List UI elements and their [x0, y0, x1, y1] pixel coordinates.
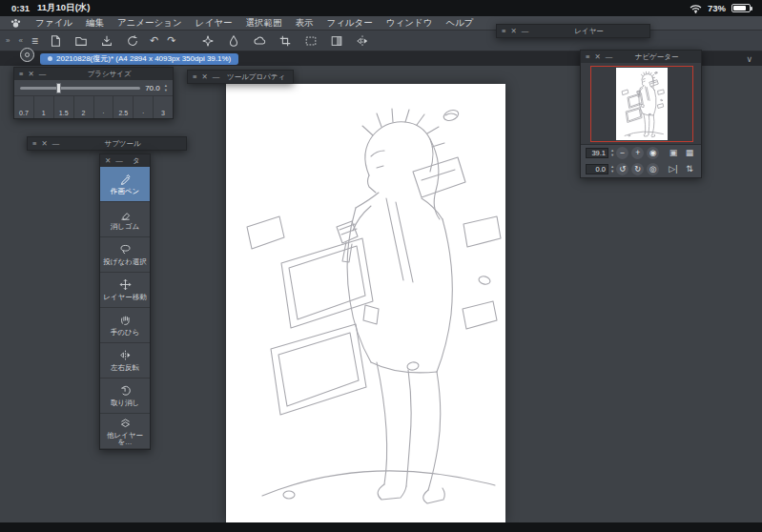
fit-view-icon[interactable]: ▦ [683, 147, 696, 159]
flip-vertical-icon[interactable]: ⇅ [683, 163, 696, 175]
panel-minimize-icon[interactable]: — [115, 157, 123, 165]
eraser-icon [119, 208, 132, 220]
document-tab[interactable]: 20210828(復元)* (A4 2894 x 4093px 350dpi 3… [40, 53, 238, 65]
blend-icon[interactable] [251, 32, 268, 50]
panel-minimize-icon[interactable]: — [522, 28, 529, 35]
menu-file[interactable]: ファイル [35, 17, 72, 30]
tool-eraser[interactable]: 消しゴム [100, 202, 150, 237]
panel-menu-icon[interactable]: ≡ [586, 53, 589, 61]
tool-property-panel: ≡ ✕ — ツールプロパティ [187, 70, 294, 84]
unsaved-dot-icon [48, 56, 52, 61]
battery-percent: 73% [708, 3, 726, 13]
document-tab-title: 20210828(復元)* (A4 2894 x 4093px 350dpi 3… [56, 53, 231, 64]
layer-panel: ≡ ✕ — レイヤー [496, 24, 650, 38]
tool-palette: ✕ — タ 作画ペン 消しゴム 投げなわ選択 レイヤー移動 手のひら 左右反転 [99, 153, 151, 450]
brush-preset[interactable]: 2 [74, 96, 94, 118]
rotate-cw-button[interactable]: ↻ [631, 163, 644, 175]
panel-menu-icon[interactable]: ≡ [32, 140, 36, 148]
brush-size-slider-knob[interactable] [56, 83, 61, 93]
symmetry-icon[interactable] [354, 32, 371, 50]
main-menu-icon[interactable]: ≡ [31, 34, 38, 48]
zoom-in-button[interactable]: + [631, 147, 644, 159]
menu-window[interactable]: ウィンドウ [386, 17, 433, 30]
panel-menu-icon[interactable]: ≡ [19, 71, 23, 78]
brush-preset[interactable]: 2.5 [113, 96, 134, 118]
panel-close-icon[interactable]: ✕ [41, 140, 47, 148]
rotation-stepper[interactable]: ▴▾ [611, 165, 613, 174]
battery-icon [731, 4, 751, 12]
panel-menu-icon[interactable]: ≡ [502, 28, 505, 35]
rotation-value-field[interactable]: 0.0 [586, 164, 608, 174]
redo-icon[interactable]: ↷ [167, 34, 175, 47]
panel-close-icon[interactable]: ✕ [28, 71, 33, 78]
brush-preset[interactable]: · [134, 96, 154, 118]
tool-flip-horizontal[interactable]: 左右反転 [100, 343, 150, 379]
subtool-panel: ≡ ✕ — サブツール [27, 136, 187, 151]
brush-size-slider[interactable] [20, 87, 140, 90]
open-folder-icon[interactable] [72, 32, 90, 50]
panel-close-icon[interactable]: ✕ [594, 53, 600, 61]
rotate-canvas-icon[interactable] [124, 32, 141, 50]
brush-preset[interactable]: 3 [154, 96, 173, 118]
tool-property-title: ツールプロパティ [224, 72, 288, 82]
menu-selection[interactable]: 選択範囲 [245, 17, 281, 30]
drawing-canvas[interactable] [226, 84, 505, 522]
tool-lasso-select[interactable]: 投げなわ選択 [100, 237, 150, 273]
hand-icon [119, 314, 132, 326]
rotate-ccw-button[interactable]: ↺ [616, 163, 628, 175]
brush-size-value[interactable]: 70.0 [145, 84, 160, 92]
quick-access-circle-icon[interactable] [20, 48, 34, 62]
panel-minimize-icon[interactable]: — [52, 140, 60, 148]
menu-help[interactable]: ヘルプ [445, 17, 473, 30]
app-logo-paw-icon[interactable] [10, 17, 22, 29]
panel-close-icon[interactable]: ✕ [105, 157, 111, 165]
tool-label: 取り消し [111, 399, 139, 407]
tabbar-chevron-down-icon[interactable]: ∨ [746, 54, 756, 64]
new-file-icon[interactable] [47, 32, 64, 50]
zoom-100-button[interactable]: ◉ [647, 147, 659, 159]
navigator-preview[interactable] [581, 63, 701, 145]
brush-preset[interactable]: · [94, 96, 114, 118]
rotate-reset-button[interactable]: ◎ [647, 163, 659, 175]
tool-label: 手のひら [111, 329, 140, 337]
menu-animation[interactable]: アニメーション [117, 17, 182, 30]
droplet-icon[interactable] [225, 32, 242, 50]
menu-edit[interactable]: 編集 [86, 17, 104, 30]
tone-icon[interactable] [328, 32, 345, 50]
panel-minimize-icon[interactable]: — [606, 53, 613, 61]
crop-icon[interactable] [277, 32, 294, 50]
menu-view[interactable]: 表示 [295, 17, 313, 30]
status-bar: 0:31 11月10日(水) 73% [0, 0, 762, 16]
zoom-value-field[interactable]: 39.1 [586, 148, 608, 158]
move-icon [119, 278, 132, 291]
tool-undo[interactable]: 取り消し [100, 379, 150, 414]
export-icon[interactable] [98, 32, 115, 50]
decoration-icon[interactable] [199, 32, 216, 50]
zoom-out-button[interactable]: − [616, 147, 628, 159]
panel-menu-icon[interactable]: ≡ [193, 73, 196, 81]
tool-hand[interactable]: 手のひら [100, 308, 150, 343]
undo-icon[interactable]: ↶ [150, 34, 158, 47]
tool-layer-move[interactable]: レイヤー移動 [100, 273, 150, 308]
menu-filter[interactable]: フィルター [326, 17, 372, 30]
dock-left-icon[interactable]: « [18, 36, 22, 45]
menu-layer[interactable]: レイヤー [196, 17, 233, 30]
panel-close-icon[interactable]: ✕ [510, 28, 516, 35]
panel-close-icon[interactable]: ✕ [201, 73, 207, 81]
tool-reference-other-layers[interactable]: 他レイヤーを… [100, 414, 150, 449]
dock-right-icon[interactable]: » [6, 36, 10, 45]
tool-palette-title: タ [128, 156, 145, 166]
panel-minimize-icon[interactable]: — [39, 71, 47, 78]
panel-minimize-icon[interactable]: — [213, 73, 220, 81]
brush-size-stepper[interactable]: ▴▾ [165, 84, 167, 92]
flip-horizontal-icon[interactable]: ▷| [667, 163, 680, 175]
brush-preset[interactable]: 1.5 [54, 96, 74, 118]
fit-screen-icon[interactable]: ▣ [667, 147, 680, 159]
tool-label: 投げなわ選択 [103, 258, 147, 266]
zoom-stepper[interactable]: ▴▾ [611, 149, 613, 157]
rect-select-icon[interactable] [302, 32, 319, 50]
subtool-title: サブツール [64, 139, 181, 149]
brush-preset[interactable]: 1 [34, 96, 54, 118]
tool-draw-pen[interactable]: 作画ペン [100, 167, 150, 202]
brush-preset[interactable]: 0.7 [14, 96, 34, 118]
